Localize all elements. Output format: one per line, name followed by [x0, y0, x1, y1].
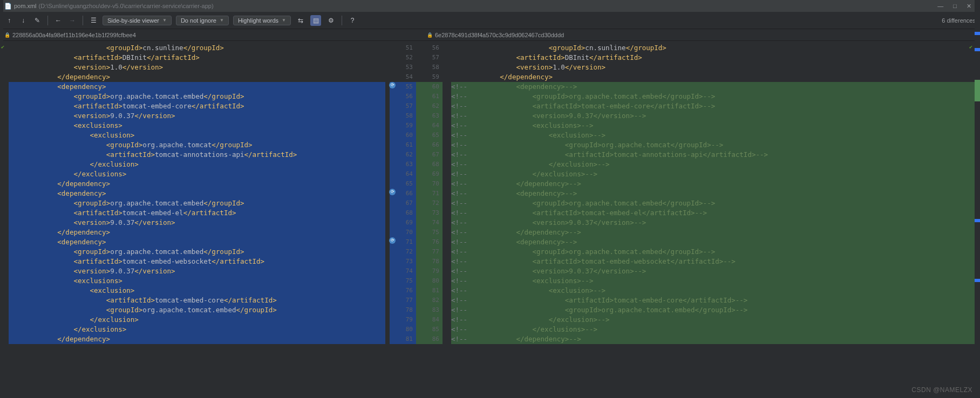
settings-icon[interactable]: ⚙ — [325, 15, 336, 26]
highlight-label: Highlight words — [238, 17, 278, 24]
close-button[interactable]: ✕ — [967, 3, 971, 10]
code-line[interactable]: </dependency> — [451, 72, 976, 82]
line-number: 56 — [416, 43, 443, 53]
viewer-mode-dropdown[interactable]: Side-by-side viewer ▼ — [103, 16, 172, 25]
code-line[interactable]: <groupId>org.apache.tomcat.embed</groupI… — [9, 198, 385, 208]
line-number: 76 — [416, 237, 443, 247]
right-pane[interactable]: ✔ <groupId>cn.sunline</groupId> <artifac… — [443, 41, 980, 398]
code-line[interactable]: <!-- <version>9.0.37</version>--> — [451, 266, 976, 276]
code-line[interactable]: <!-- </dependency>--> — [451, 228, 976, 237]
line-number: 77 — [416, 247, 443, 257]
sync-scroll-toggle[interactable]: ▤ — [310, 15, 321, 26]
code-line[interactable]: <!-- <artifactId>tomcat-embed-core</arti… — [451, 101, 976, 111]
arrow-up-icon[interactable]: ↑ — [4, 16, 14, 25]
code-line[interactable]: </dependency> — [9, 334, 385, 344]
ignore-dropdown[interactable]: Do not ignore ▼ — [176, 16, 229, 25]
code-line[interactable]: <!-- <groupId>org.apache.tomcat</groupId… — [451, 140, 976, 150]
code-line[interactable]: <exclusions> — [9, 276, 385, 286]
code-line[interactable]: <!-- <dependency>--> — [451, 189, 976, 198]
code-line[interactable]: <dependency> — [9, 189, 385, 198]
highlight-dropdown[interactable]: Highlight words ▼ — [233, 16, 291, 25]
code-line[interactable]: <!-- <exclusions>--> — [451, 121, 976, 131]
minimize-button[interactable]: — — [937, 3, 943, 10]
code-line[interactable]: <groupId>org.apache.tomcat.embed</groupI… — [9, 305, 385, 315]
code-line[interactable]: <artifactId>tomcat-embed-core</artifactI… — [9, 296, 385, 305]
code-line[interactable]: <version>9.0.37</version> — [9, 218, 385, 228]
code-line[interactable]: <!-- <groupId>org.apache.tomcat.embed</g… — [451, 305, 976, 315]
arrow-down-icon[interactable]: ↓ — [18, 16, 28, 25]
code-line[interactable]: </exclusions> — [9, 169, 385, 179]
code-line[interactable]: <artifactId>tomcat-annotations-api</arti… — [9, 150, 385, 160]
code-line[interactable]: <!-- <artifactId>tomcat-annotations-api<… — [451, 150, 976, 160]
code-line[interactable]: <!-- <exclusions>--> — [451, 276, 976, 286]
line-number: 72 — [390, 247, 416, 257]
code-line[interactable]: <exclusion> — [9, 131, 385, 140]
code-line[interactable]: <!-- <groupId>org.apache.tomcat.embed</g… — [451, 198, 976, 208]
code-line[interactable]: <groupId>org.apache.tomcat.embed</groupI… — [9, 247, 385, 257]
line-number: 84 — [416, 315, 443, 325]
code-line[interactable]: </exclusions> — [9, 325, 385, 334]
code-line[interactable]: <version>1.0</version> — [451, 63, 976, 72]
forward-icon[interactable]: → — [67, 16, 77, 25]
code-line[interactable]: <groupId>cn.sunline</groupId> — [9, 43, 385, 53]
diff-marker[interactable]: ⟳ — [389, 189, 396, 195]
code-line[interactable]: <dependency> — [9, 237, 385, 247]
code-line[interactable]: <!-- <groupId>org.apache.tomcat.embed</g… — [451, 247, 976, 257]
maximize-button[interactable]: □ — [953, 3, 957, 10]
code-line[interactable]: </exclusion> — [9, 315, 385, 325]
code-line[interactable]: </dependency> — [9, 72, 385, 82]
code-line[interactable]: <exclusions> — [9, 121, 385, 131]
edit-icon[interactable]: ✎ — [32, 16, 42, 25]
file-icon: 📄 — [4, 3, 12, 10]
back-icon[interactable]: ← — [53, 16, 63, 25]
file-name: pom.xml — [14, 3, 37, 9]
left-code-area[interactable]: <groupId>cn.sunline</groupId> <artifactI… — [0, 41, 390, 398]
code-line[interactable]: </exclusion> — [9, 160, 385, 169]
code-line[interactable]: <artifactId>tomcat-embed-el</artifactId> — [9, 208, 385, 218]
code-line[interactable]: <!-- <artifactId>tomcat-embed-websocket<… — [451, 257, 976, 266]
diff-marker[interactable]: ⟳ — [389, 237, 396, 244]
code-line[interactable]: <!-- <dependency>--> — [451, 237, 976, 247]
code-line[interactable]: <artifactId>DBInit</artifactId> — [451, 53, 976, 63]
code-line[interactable]: <version>9.0.37</version> — [9, 266, 385, 276]
code-line[interactable]: <groupId>org.apache.tomcat</groupId> — [9, 140, 385, 150]
line-number: 69 — [390, 218, 416, 228]
code-line[interactable]: <!-- <artifactId>tomcat-embed-core</arti… — [451, 296, 976, 305]
line-number: 78 — [390, 305, 416, 315]
diff-count: 6 differences — [942, 17, 976, 24]
code-line[interactable]: <!-- </exclusion>--> — [451, 160, 976, 169]
code-line[interactable]: <!-- </dependency>--> — [451, 179, 976, 189]
right-revision-hash: 6e2878c491d38f4a570c3c9d9d062467cd30dddd — [435, 32, 564, 38]
code-line[interactable]: <!-- <exclusion>--> — [451, 286, 976, 296]
right-overview-stripe[interactable] — [975, 0, 980, 398]
diff-marker[interactable]: ⟳ — [389, 82, 396, 88]
code-line[interactable]: <!-- </dependency>--> — [451, 334, 976, 344]
code-line[interactable]: </dependency> — [9, 228, 385, 237]
line-number: 80 — [416, 276, 443, 286]
code-line[interactable]: <!-- <exclusion>--> — [451, 131, 976, 140]
help-icon[interactable]: ? — [348, 16, 357, 25]
code-line[interactable]: <dependency> — [9, 82, 385, 92]
left-pane[interactable]: ✔ <groupId>cn.sunline</groupId> <artifac… — [0, 41, 390, 398]
code-line[interactable]: <!-- </exclusion>--> — [451, 315, 976, 325]
code-line[interactable]: </dependency> — [9, 179, 385, 189]
code-line[interactable]: <!-- <groupId>org.apache.tomcat.embed</g… — [451, 92, 976, 101]
code-line[interactable]: <!-- <version>9.0.37</version>--> — [451, 218, 976, 228]
code-line[interactable]: <exclusion> — [9, 286, 385, 296]
code-line[interactable]: <!-- </exclusions>--> — [451, 325, 976, 334]
code-line[interactable]: <artifactId>DBInit</artifactId> — [9, 53, 385, 63]
code-line[interactable]: <!-- <artifactId>tomcat-embed-el</artifa… — [451, 208, 976, 218]
code-line[interactable]: <artifactId>tomcat-embed-core</artifactI… — [9, 101, 385, 111]
line-number: 57 — [390, 101, 416, 111]
code-line[interactable]: <groupId>org.apache.tomcat.embed</groupI… — [9, 92, 385, 101]
code-line[interactable]: <version>9.0.37</version> — [9, 111, 385, 121]
code-line[interactable]: <artifactId>tomcat-embed-websocket</arti… — [9, 257, 385, 266]
code-line[interactable]: <!-- <dependency>--> — [451, 82, 976, 92]
right-code-area[interactable]: <groupId>cn.sunline</groupId> <artifactI… — [443, 41, 980, 398]
collapse-toggle[interactable]: ⇆ — [295, 15, 306, 26]
code-line[interactable]: <version>1.0</version> — [9, 63, 385, 72]
code-line[interactable]: <!-- </exclusions>--> — [451, 169, 976, 179]
code-line[interactable]: <!-- <version>9.0.37</version>--> — [451, 111, 976, 121]
code-line[interactable]: <groupId>cn.sunline</groupId> — [451, 43, 976, 53]
list-icon[interactable]: ☰ — [89, 16, 98, 25]
